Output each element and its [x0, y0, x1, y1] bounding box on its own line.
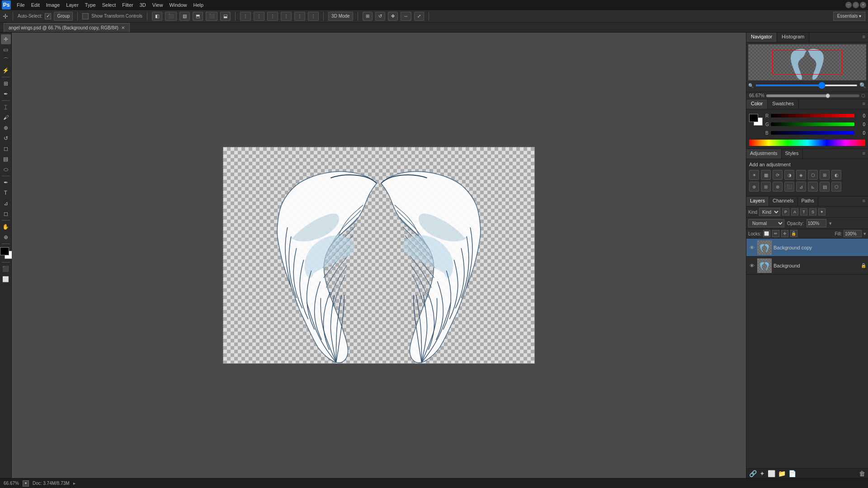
arrange-icon[interactable]: ⊞ [363, 12, 373, 21]
layer-visibility-icon[interactable]: 👁 [748, 244, 755, 251]
align-bottom-btn[interactable]: ⬓ [220, 12, 231, 21]
channels-tab[interactable]: Channels [769, 197, 797, 206]
zoom-in-icon[interactable]: 🔍 [859, 82, 866, 89]
menu-3d[interactable]: 3D [137, 1, 149, 9]
heal-tool[interactable]: ⌶ [1, 102, 11, 112]
distribute-btn-6[interactable]: ⋮ [308, 12, 319, 21]
blend-mode-select[interactable]: Normal [748, 219, 784, 227]
path-tool[interactable]: ⊿ [1, 198, 11, 208]
fill-menu-icon[interactable]: ▾ [863, 231, 866, 237]
foreground-color[interactable] [0, 247, 9, 255]
menu-select[interactable]: Select [99, 1, 119, 9]
hsl-adj-icon[interactable]: ⬡ [808, 170, 818, 180]
filter-adjustment-icon[interactable]: A [791, 208, 798, 216]
adjustments-tab[interactable]: Adjustments [746, 149, 782, 159]
hand-tool[interactable]: ✋ [1, 222, 11, 232]
exposure-adj-icon[interactable]: ◑ [784, 170, 794, 180]
paths-tab[interactable]: Paths [798, 197, 818, 206]
screen-mode-btn[interactable]: ⬜ [1, 274, 11, 284]
menu-file[interactable]: File [14, 1, 28, 9]
menu-window[interactable]: Window [166, 1, 190, 9]
vibrance-adj-icon[interactable]: ◈ [796, 170, 806, 180]
brush-tool[interactable]: 🖌 [1, 113, 11, 122]
color-spectrum-bar[interactable] [749, 140, 865, 146]
menu-help[interactable]: Help [190, 1, 207, 9]
essentials-label[interactable]: Essentials ▾ [833, 12, 865, 21]
text-tool[interactable]: T [1, 188, 11, 198]
zoom-out-icon[interactable]: 🔍 [748, 83, 754, 88]
eraser-tool[interactable]: ◻ [1, 144, 11, 154]
gradient-tool[interactable]: ▤ [1, 154, 11, 164]
show-transform-checkbox[interactable] [82, 13, 89, 19]
magic-wand-tool[interactable]: ⚡ [1, 66, 11, 75]
swatches-tab[interactable]: Swatches [768, 99, 799, 109]
histogram-tab[interactable]: Histogram [777, 33, 809, 42]
3d-mode-btn[interactable]: 3D Mode [328, 12, 353, 21]
layers-tab[interactable]: Layers [746, 197, 769, 206]
status-more-icon[interactable]: ▸ [73, 481, 75, 486]
lock-image-icon[interactable]: ✏ [772, 230, 779, 237]
g-track[interactable] [771, 122, 854, 126]
add-mask-btn[interactable]: ⬜ [768, 470, 775, 477]
color-balance-adj-icon[interactable]: ⊞ [820, 170, 830, 180]
crop-tool[interactable]: ⊞ [1, 79, 11, 89]
layers-kind-select[interactable]: Kind [759, 208, 780, 216]
r-track[interactable] [771, 114, 854, 117]
zoom-slider[interactable] [755, 84, 858, 86]
document-tab-close[interactable]: ✕ [121, 25, 125, 30]
shape-tool[interactable]: ◻ [1, 209, 11, 219]
layer-item-background[interactable]: 👁 Background 🔒 [746, 257, 868, 275]
distribute-btn-4[interactable]: ⋮ [281, 12, 292, 21]
photo-filter-adj-icon[interactable]: ⊕ [749, 182, 759, 192]
pan-icon[interactable]: ✥ [388, 12, 398, 21]
fg-color-swatch[interactable] [749, 114, 758, 122]
zoom-thumb[interactable] [826, 94, 830, 98]
lasso-tool[interactable]: ⌒ [1, 55, 11, 65]
window-close[interactable]: ✕ [860, 2, 866, 8]
filter-smart-icon[interactable]: ✦ [818, 208, 826, 216]
color-lookup-adj-icon[interactable]: ⊗ [773, 182, 783, 192]
layer-item-background-copy[interactable]: 👁 Background copy [746, 239, 868, 257]
distribute-btn-2[interactable]: ⋮ [254, 12, 264, 21]
channel-mixer-adj-icon[interactable]: ⊞ [761, 182, 771, 192]
group-dropdown[interactable]: Group [54, 12, 73, 21]
zoom-tool[interactable]: ⊕ [1, 232, 11, 242]
delete-layer-btn[interactable]: 🗑 [859, 470, 865, 477]
curves-adj-icon[interactable]: ⟳ [773, 170, 783, 180]
bw-adj-icon[interactable]: ◐ [831, 170, 841, 180]
opacity-menu-icon[interactable]: ▾ [829, 221, 832, 226]
lock-position-icon[interactable]: ✛ [781, 230, 788, 237]
document-tab[interactable]: angel wings.psd @ 66.7% (Background copy… [4, 23, 130, 32]
gradient-map-adj-icon[interactable]: ▤ [820, 182, 830, 192]
stamp-tool[interactable]: ⊕ [1, 123, 11, 133]
filter-shape-icon[interactable]: S [809, 208, 816, 216]
selective-color-adj-icon[interactable]: ⬡ [831, 182, 841, 192]
align-right-btn[interactable]: ▧ [179, 12, 190, 21]
invert-adj-icon[interactable]: ⬛ [784, 182, 794, 192]
menu-image[interactable]: Image [43, 1, 63, 9]
rotate-icon[interactable]: ↺ [375, 12, 385, 21]
dodge-tool[interactable]: ⬭ [1, 164, 11, 174]
filter-type-icon[interactable]: T [800, 208, 807, 216]
selection-tool[interactable]: ▭ [1, 45, 11, 55]
slide-icon[interactable]: ↔ [401, 12, 411, 21]
add-style-btn[interactable]: ✦ [760, 470, 765, 477]
history-brush-tool[interactable]: ↺ [1, 133, 11, 143]
filter-pixel-icon[interactable]: P [782, 208, 789, 216]
align-left-btn[interactable]: ◧ [152, 12, 162, 21]
eyedropper-tool[interactable]: ✒ [1, 89, 11, 99]
distribute-btn-1[interactable]: ⋮ [240, 12, 251, 21]
threshold-adj-icon[interactable]: ⊾ [808, 182, 818, 192]
move-tool[interactable]: ✛ [1, 34, 11, 44]
distribute-btn-3[interactable]: ⋮ [267, 12, 278, 21]
styles-tab[interactable]: Styles [782, 149, 803, 159]
lock-all-icon[interactable]: 🔒 [790, 230, 797, 237]
quick-mask-btn[interactable]: ⬛ [1, 264, 11, 274]
window-minimize[interactable]: ─ [845, 2, 852, 8]
new-layer-btn[interactable]: 📄 [788, 470, 796, 477]
distribute-btn-5[interactable]: ⋮ [294, 12, 305, 21]
b-track[interactable] [771, 131, 854, 135]
auto-select-toggle[interactable]: ✓ [45, 13, 51, 19]
zoom-expand-icon[interactable]: ⬡ [861, 93, 865, 98]
new-group-btn[interactable]: 📁 [778, 470, 786, 477]
